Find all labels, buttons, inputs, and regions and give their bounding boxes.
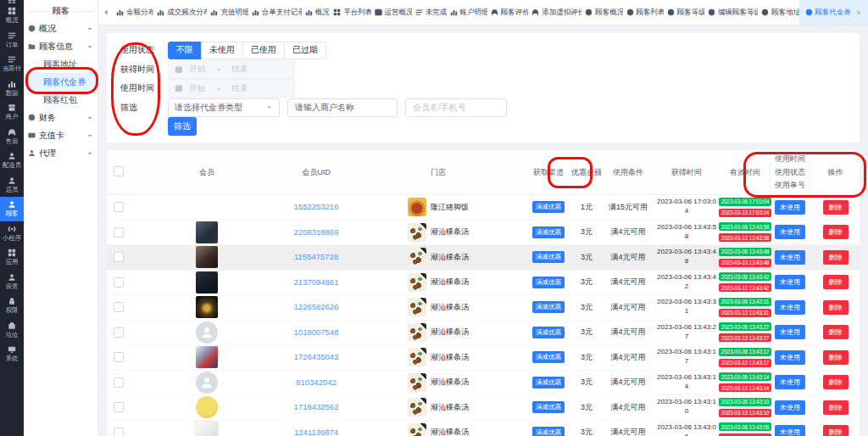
- status-option-button[interactable]: 已使用: [242, 42, 285, 59]
- row-checkbox[interactable]: [114, 428, 124, 436]
- row-checkbox[interactable]: [114, 327, 124, 338]
- tab-0[interactable]: 金额分布: [113, 0, 153, 25]
- status-button[interactable]: 未使用: [775, 225, 805, 239]
- member-uid-link[interactable]: 810342042: [287, 377, 346, 388]
- tab-3[interactable]: 合单支付记录: [248, 0, 302, 25]
- primary-sidebar-item[interactable]: 顾客: [0, 197, 24, 221]
- secondary-sidebar-subitem[interactable]: 顾客地址: [24, 55, 97, 73]
- validity-badges: 2023-03-06 13:43:102023-03-13 13:43:10: [719, 398, 772, 417]
- primary-sidebar-item[interactable]: 小程序: [0, 221, 24, 246]
- status-button[interactable]: 未使用: [775, 300, 805, 315]
- row-checkbox[interactable]: [114, 352, 124, 362]
- delete-button[interactable]: 删除: [823, 375, 849, 389]
- tab-8[interactable]: 账户明细: [447, 0, 487, 25]
- delete-button[interactable]: 删除: [823, 275, 849, 289]
- filter-submit-button[interactable]: 筛选: [168, 117, 197, 136]
- status-button[interactable]: 未使用: [775, 425, 805, 436]
- status-option-button[interactable]: 未使用: [201, 42, 243, 59]
- merchant-name-input[interactable]: [287, 98, 398, 117]
- member-uid-link[interactable]: 1018007548: [285, 327, 348, 338]
- member-name-input[interactable]: [405, 98, 507, 117]
- member-uid-link[interactable]: 2208318869: [285, 227, 348, 238]
- row-checkbox[interactable]: [114, 227, 124, 238]
- secondary-sidebar-item[interactable]: 财务: [24, 109, 97, 126]
- delete-button[interactable]: 删除: [823, 400, 849, 415]
- primary-sidebar-item[interactable]: 权限: [0, 293, 24, 318]
- delete-button[interactable]: 删除: [823, 225, 849, 239]
- range-separator: ~: [216, 64, 221, 74]
- filter-panel: 使用状态 不限未使用已使用已过期 获得时间 开始 ~ 结束 使用时间: [107, 33, 860, 143]
- tab-11[interactable]: 顾客概况: [581, 0, 622, 25]
- tab-6[interactable]: 运营概况: [371, 0, 412, 25]
- secondary-sidebar-subitem[interactable]: 顾客红包: [24, 91, 97, 109]
- member-cell: [131, 246, 283, 268]
- primary-sidebar-item[interactable]: 店员: [0, 173, 24, 198]
- member-uid-link[interactable]: 1552253216: [285, 202, 348, 212]
- row-checkbox[interactable]: [114, 202, 124, 212]
- primary-sidebar-item[interactable]: 售后: [0, 125, 24, 149]
- status-button[interactable]: 未使用: [775, 375, 805, 389]
- status-button[interactable]: 未使用: [775, 275, 805, 289]
- primary-sidebar-item[interactable]: 概况: [0, 3, 24, 28]
- status-option-button[interactable]: 已过期: [284, 42, 326, 59]
- tab-4[interactable]: 概况: [302, 0, 330, 25]
- primary-sidebar-item[interactable]: 设置: [0, 270, 24, 294]
- page-content: 使用状态 不限未使用已使用已过期 获得时间 开始 ~ 结束 使用时间: [98, 25, 868, 436]
- primary-sidebar-item[interactable]: 配送员: [0, 148, 24, 173]
- delete-button[interactable]: 删除: [823, 200, 849, 215]
- tab-9[interactable]: 顾客评价: [487, 0, 528, 25]
- delete-button[interactable]: 删除: [823, 325, 849, 339]
- delete-button[interactable]: 删除: [823, 300, 849, 315]
- row-checkbox[interactable]: [114, 277, 124, 288]
- select-all-checkbox[interactable]: [114, 166, 124, 176]
- tab-16[interactable]: 顾客代金券: [799, 0, 868, 25]
- member-uid-link[interactable]: 1726435042: [285, 352, 348, 362]
- tab-12[interactable]: 顾客列表: [623, 0, 664, 25]
- member-uid-link[interactable]: 2137094861: [285, 277, 348, 288]
- tab-15[interactable]: 顾客地址: [758, 0, 798, 25]
- row-checkbox[interactable]: [114, 302, 124, 312]
- delete-button[interactable]: 删除: [823, 350, 849, 365]
- status-button[interactable]: 未使用: [775, 325, 805, 339]
- member-uid-link[interactable]: 1226582626: [285, 302, 348, 312]
- row-checkbox[interactable]: [114, 402, 124, 412]
- primary-sidebar-item[interactable]: 当面付: [0, 52, 24, 76]
- secondary-sidebar-item[interactable]: 概况: [24, 20, 97, 37]
- close-icon[interactable]: [855, 9, 862, 16]
- primary-sidebar-item[interactable]: 应用: [0, 245, 24, 270]
- primary-sidebar-item[interactable]: 商户: [0, 100, 24, 125]
- delete-button[interactable]: 删除: [823, 250, 849, 265]
- secondary-sidebar-item[interactable]: 充值卡: [24, 126, 97, 144]
- status-option-button[interactable]: 不限: [168, 42, 202, 59]
- status-button[interactable]: 未使用: [775, 250, 805, 265]
- status-button[interactable]: 未使用: [775, 350, 805, 365]
- member-uid-link[interactable]: 1241136874: [285, 428, 348, 436]
- member-uid-link[interactable]: 1718432562: [285, 402, 348, 412]
- primary-sidebar-item[interactable]: [0, 0, 24, 3]
- use-time-range-picker[interactable]: 开始 ~ 结束: [168, 79, 295, 98]
- tab-5[interactable]: 平台列表: [330, 0, 370, 25]
- status-button[interactable]: 未使用: [775, 400, 805, 415]
- tab-13[interactable]: 顾客等级: [664, 0, 704, 25]
- tab-scroll-left-icon[interactable]: [103, 8, 110, 16]
- tab-2[interactable]: 充值明细: [207, 0, 248, 25]
- row-checkbox[interactable]: [114, 252, 124, 262]
- store-cell: 潮汕粿条汤: [349, 248, 527, 266]
- tab-1[interactable]: 成交频次分布: [153, 0, 207, 25]
- primary-sidebar-item[interactable]: 数据: [0, 76, 24, 101]
- primary-sidebar-item[interactable]: 坑位: [0, 318, 24, 343]
- obtain-time-range-picker[interactable]: 开始 ~ 结束: [168, 60, 295, 79]
- status-button[interactable]: 未使用: [775, 200, 805, 215]
- member-uid-link[interactable]: 1155475728: [285, 252, 348, 262]
- tab-7[interactable]: 未完成: [412, 0, 447, 25]
- tab-10[interactable]: 添加虚拟评价: [528, 0, 581, 25]
- primary-sidebar-item[interactable]: 订单: [0, 28, 24, 53]
- secondary-sidebar-subitem[interactable]: 顾客代金券: [24, 73, 97, 91]
- primary-sidebar-item[interactable]: 系统: [0, 342, 24, 366]
- secondary-sidebar-item[interactable]: 代理: [24, 144, 97, 162]
- secondary-sidebar-item[interactable]: 顾客信息: [24, 37, 97, 55]
- voucher-type-select[interactable]: 请选择代金券类型: [168, 98, 280, 117]
- row-checkbox[interactable]: [114, 377, 124, 388]
- delete-button[interactable]: 删除: [823, 425, 849, 436]
- tab-14[interactable]: 编辑顾客等级: [704, 0, 758, 25]
